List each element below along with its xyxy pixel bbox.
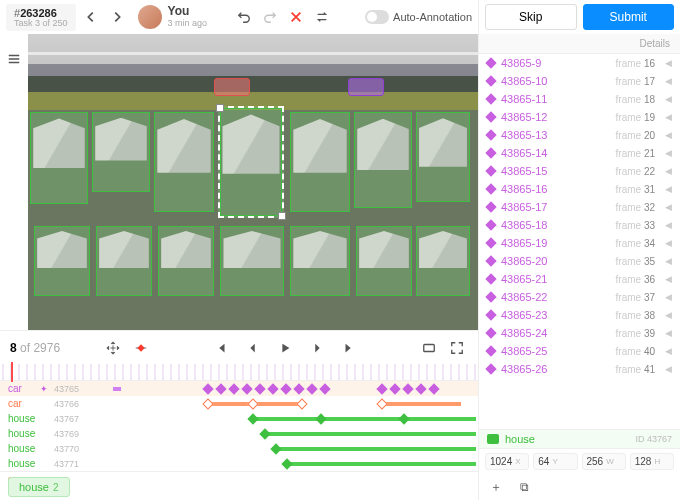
track-label: house	[2, 443, 40, 454]
annotation-house[interactable]	[356, 226, 412, 296]
annotation-house[interactable]	[158, 226, 214, 296]
task-subtext: Task 3 of 250	[14, 19, 68, 28]
annotation-house[interactable]	[92, 112, 150, 192]
coord-w[interactable]: 256W	[582, 453, 626, 470]
skip-button[interactable]: Skip	[485, 4, 577, 30]
coord-y[interactable]: 64Y	[533, 453, 577, 470]
object-row[interactable]: 43865-16frame 31◀	[479, 180, 680, 198]
object-row[interactable]: 43865-22frame 37◀	[479, 288, 680, 306]
annotation-house[interactable]	[290, 112, 350, 212]
annotation-house[interactable]	[96, 226, 152, 296]
object-row[interactable]: 43865-9frame 16◀	[479, 54, 680, 72]
swap-button[interactable]	[311, 6, 333, 28]
timeline-track[interactable]: house43771	[0, 456, 478, 471]
diamond-icon	[485, 201, 496, 212]
object-row[interactable]: 43865-19frame 34◀	[479, 234, 680, 252]
frame-scrubber[interactable]	[2, 364, 476, 380]
first-frame-button[interactable]	[210, 337, 232, 359]
object-frame: frame 36	[616, 274, 655, 285]
last-frame-button[interactable]	[338, 337, 360, 359]
aspect-button[interactable]	[418, 337, 440, 359]
annotation-car-pink[interactable]	[214, 78, 250, 96]
object-frame: frame 33	[616, 220, 655, 231]
chevron-left-icon: ◀	[665, 364, 672, 374]
move-tool-button[interactable]	[102, 337, 124, 359]
object-id: 43865-24	[501, 327, 610, 339]
annotation-house[interactable]	[34, 226, 90, 296]
object-row[interactable]: 43865-18frame 33◀	[479, 216, 680, 234]
object-id: 43865-11	[501, 93, 610, 105]
object-row[interactable]: 43865-15frame 22◀	[479, 162, 680, 180]
chevron-left-icon: ◀	[665, 58, 672, 68]
object-row[interactable]: 43865-20frame 35◀	[479, 252, 680, 270]
object-frame: frame 41	[616, 364, 655, 375]
object-id: 43865-26	[501, 363, 610, 375]
annotation-house[interactable]	[416, 112, 470, 202]
play-button[interactable]	[274, 337, 296, 359]
next-task-button[interactable]	[106, 6, 128, 28]
object-row[interactable]: 43865-14frame 21◀	[479, 144, 680, 162]
timeline-track[interactable]: house43770	[0, 441, 478, 456]
annotation-house[interactable]	[220, 226, 284, 296]
user-name: You	[168, 5, 208, 18]
avatar	[138, 5, 162, 29]
annotation-house[interactable]	[154, 112, 214, 212]
submit-button[interactable]: Submit	[583, 4, 675, 30]
object-id: 43865-18	[501, 219, 610, 231]
playhead[interactable]	[11, 362, 13, 382]
sidebar-toggle[interactable]	[0, 34, 28, 330]
object-row[interactable]: 43865-26frame 41◀	[479, 360, 680, 378]
object-row[interactable]: 43865-21frame 36◀	[479, 270, 680, 288]
chip-house[interactable]: house2	[8, 477, 70, 497]
annotation-house[interactable]	[30, 112, 88, 204]
object-row[interactable]: 43865-12frame 19◀	[479, 108, 680, 126]
object-frame: frame 40	[616, 346, 655, 357]
object-frame: frame 34	[616, 238, 655, 249]
object-row[interactable]: 43865-13frame 20◀	[479, 126, 680, 144]
copy-icon[interactable]: ⧉	[513, 476, 535, 498]
prev-frame-button[interactable]	[242, 337, 264, 359]
timeline-track[interactable]: house43769	[0, 426, 478, 441]
object-id: 43865-17	[501, 201, 610, 213]
annotation-house[interactable]	[416, 226, 470, 296]
image-canvas[interactable]	[28, 34, 478, 330]
annotation-house[interactable]	[354, 112, 412, 208]
annotation-car-purple[interactable]	[348, 78, 384, 96]
annotation-house-selected[interactable]	[218, 106, 284, 218]
object-row[interactable]: 43865-17frame 32◀	[479, 198, 680, 216]
redo-button[interactable]	[259, 6, 281, 28]
next-frame-button[interactable]	[306, 337, 328, 359]
diamond-icon	[485, 165, 496, 176]
auto-annotation-label: Auto-Annotation	[393, 11, 472, 23]
object-row[interactable]: 43865-24frame 39◀	[479, 324, 680, 342]
delete-button[interactable]	[285, 6, 307, 28]
coord-x[interactable]: 1024X	[485, 453, 529, 470]
timeline-track[interactable]: car43766	[0, 396, 478, 411]
timeline-track[interactable]: car✦43765	[0, 381, 478, 396]
annotation-house[interactable]	[290, 226, 350, 296]
diamond-icon	[485, 111, 496, 122]
auto-annotation-toggle[interactable]	[365, 10, 389, 24]
object-list[interactable]: 43865-9frame 16◀43865-10frame 17◀43865-1…	[479, 54, 680, 429]
undo-button[interactable]	[233, 6, 255, 28]
object-row[interactable]: 43865-10frame 17◀	[479, 72, 680, 90]
object-row[interactable]: 43865-11frame 18◀	[479, 90, 680, 108]
timeline-track[interactable]: house43767	[0, 411, 478, 426]
zoom-in-icon[interactable]: ＋	[485, 476, 507, 498]
selection-coords: 1024X 64Y 256W 128H	[479, 448, 680, 474]
fullscreen-button[interactable]	[446, 337, 468, 359]
class-chips: blank0 car1 house2	[0, 471, 478, 500]
user-subtext: 3 min ago	[168, 19, 208, 29]
object-id: 43865-9	[501, 57, 610, 69]
keyframe-tool-button[interactable]	[130, 337, 152, 359]
object-row[interactable]: 43865-23frame 38◀	[479, 306, 680, 324]
diamond-icon	[485, 147, 496, 158]
object-frame: frame 31	[616, 184, 655, 195]
coord-h[interactable]: 128H	[630, 453, 674, 470]
diamond-icon	[485, 75, 496, 86]
object-row[interactable]: 43865-25frame 40◀	[479, 342, 680, 360]
prev-task-button[interactable]	[80, 6, 102, 28]
object-frame: frame 35	[616, 256, 655, 267]
object-id: 43865-23	[501, 309, 610, 321]
track-label: house	[2, 413, 40, 424]
